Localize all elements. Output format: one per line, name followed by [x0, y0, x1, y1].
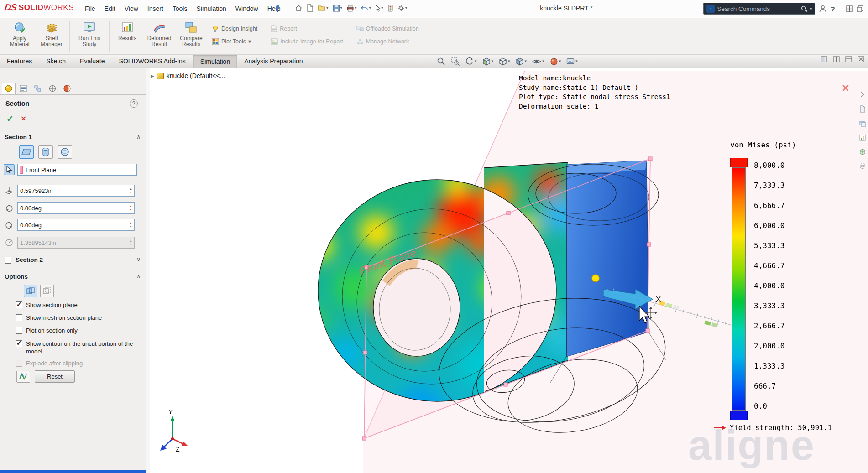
planar-section-button[interactable] [19, 145, 34, 159]
undo-button[interactable]: ▾ [360, 4, 372, 12]
plot-tools-button[interactable]: Plot Tools ▾ [210, 36, 259, 47]
feature-tree-tab[interactable] [16, 83, 30, 94]
search-commands-input[interactable] [717, 5, 798, 12]
help-icon[interactable]: ? [831, 5, 835, 13]
reset-button[interactable]: Reset [35, 370, 75, 383]
x-rotation-spinner[interactable]: ▲▼ [127, 203, 134, 213]
settings-button[interactable]: ▾ [397, 4, 408, 13]
settings-caret-icon[interactable]: ▾ [405, 6, 408, 10]
checkbox-icon[interactable] [16, 301, 22, 308]
uncapped-section-button[interactable] [40, 285, 54, 297]
breadcrumb-text[interactable]: knuckle (Default<<... [167, 72, 225, 79]
plot-tools-caret-icon[interactable]: ▾ [248, 39, 251, 45]
select-caret-icon[interactable]: ▾ [381, 6, 383, 10]
checkbox-icon[interactable] [16, 314, 22, 321]
x-rotation-input[interactable] [18, 203, 127, 213]
configurations-tab[interactable] [31, 83, 45, 94]
show-contour-uncut-checkbox[interactable]: Show contour on the uncut portion of the… [0, 340, 142, 355]
section1-group-header[interactable]: Section 1 ∧ [0, 132, 146, 143]
offloaded-simulation-button[interactable]: Offloaded Simulation [355, 23, 421, 34]
checkbox-icon[interactable] [16, 327, 22, 334]
section-cap-button[interactable] [24, 285, 37, 297]
search-caret-icon[interactable]: ▾ [810, 7, 812, 11]
zoom-fit-icon[interactable] [436, 56, 447, 67]
zoom-area-icon[interactable] [450, 56, 461, 67]
run-this-study-button[interactable]: Run This Study [72, 20, 107, 52]
ok-button[interactable]: ✓ [6, 114, 14, 124]
collapse-ribbon-icon[interactable] [845, 56, 852, 62]
save-caret-icon[interactable]: ▾ [340, 6, 343, 10]
split-pane-right-icon[interactable] [833, 56, 840, 62]
breadcrumb[interactable]: ▶ knuckle (Default<<... [151, 72, 225, 79]
apply-material-button[interactable]: Apply Material [4, 20, 36, 52]
edit-appearance-icon[interactable]: ▾ [549, 56, 562, 67]
view-orientation-icon[interactable]: ▾ [497, 56, 511, 67]
tab-evaluate[interactable]: Evaluate [73, 55, 112, 68]
chevron-up-icon[interactable]: ∧ [136, 273, 141, 280]
flyout-doc-icon[interactable] [859, 105, 866, 113]
search-scope-icon[interactable]: › [706, 5, 715, 13]
deformed-result-button[interactable]: Deformed Result [143, 20, 175, 52]
search-commands-box[interactable]: › ▾ [703, 3, 815, 15]
menu-view[interactable]: View [120, 0, 143, 17]
dim-xpert-tab[interactable] [46, 83, 59, 94]
flyout-expand-icon[interactable] [859, 91, 866, 98]
spherical-section-button[interactable] [58, 145, 72, 159]
section-view-icon[interactable]: ▾ [481, 56, 495, 67]
report-button[interactable]: Report [269, 23, 345, 34]
flip-section-button[interactable] [16, 371, 30, 383]
reference-plane-field[interactable]: Front Plane [17, 164, 137, 176]
menu-tools[interactable]: Tools [168, 0, 192, 17]
compare-results-button[interactable]: Compare Results [175, 20, 207, 52]
cylindrical-section-button[interactable] [38, 145, 53, 159]
flyout-layers-icon[interactable] [859, 120, 866, 127]
print-caret-icon[interactable]: ▾ [355, 6, 357, 10]
shell-manager-button[interactable]: Shell Manager [36, 20, 68, 52]
model-block[interactable] [566, 161, 648, 357]
search-icon[interactable] [801, 5, 808, 12]
minimize-icon[interactable]: – [839, 5, 842, 13]
rebuild-button[interactable] [387, 4, 394, 13]
view-settings-icon[interactable]: ▾ [565, 56, 579, 67]
options-group-header[interactable]: Options ∧ [0, 272, 146, 283]
reference-select-icon[interactable] [4, 164, 15, 175]
show-mesh-on-section-plane-checkbox[interactable]: Show mesh on section plane [0, 314, 142, 322]
menu-edit[interactable]: Edit [100, 0, 120, 17]
user-account-icon[interactable] [819, 5, 827, 13]
cancel-command-icon[interactable]: × [842, 82, 849, 94]
chevron-down-icon[interactable]: ∨ [136, 256, 141, 263]
tab-analysis-preparation[interactable]: Analysis Preparation [237, 55, 310, 68]
split-pane-left-icon[interactable] [821, 56, 827, 62]
results-button[interactable]: Results [111, 20, 143, 52]
property-manager-tab[interactable] [2, 83, 16, 94]
close-pane-icon[interactable] [858, 56, 864, 62]
show-section-plane-checkbox[interactable]: Show section plane [0, 301, 142, 309]
menu-simulation[interactable]: Simulation [192, 0, 230, 17]
checkbox-icon[interactable] [16, 340, 22, 347]
restore-window-icon[interactable] [857, 5, 863, 12]
drag-origin-point[interactable] [592, 275, 599, 282]
manage-network-button[interactable]: Manage Network [355, 36, 421, 47]
include-image-for-report-button[interactable]: Include Image for Report [269, 36, 345, 47]
menu-insert[interactable]: Insert [143, 0, 168, 17]
select-button[interactable]: ▾ [374, 4, 384, 13]
pin-menu-icon[interactable] [274, 4, 281, 12]
home-button[interactable] [294, 3, 303, 13]
display-style-icon[interactable]: ▾ [514, 56, 528, 67]
tab-sketch[interactable]: Sketch [39, 55, 73, 68]
breadcrumb-expand-icon[interactable]: ▶ [151, 73, 154, 78]
tab-features[interactable]: Features [0, 55, 39, 68]
help-icon[interactable]: ? [130, 99, 138, 108]
layout-grid-icon[interactable] [846, 5, 853, 12]
previous-view-icon[interactable]: ▾ [464, 56, 478, 67]
legend-gradient-bar[interactable] [732, 167, 746, 411]
y-rotation-input[interactable] [18, 219, 127, 230]
save-button[interactable]: ▾ [332, 4, 344, 13]
cancel-button[interactable]: × [21, 114, 26, 124]
open-caret-icon[interactable]: ▾ [326, 6, 329, 10]
design-insight-button[interactable]: Design Insight [210, 23, 259, 34]
undo-caret-icon[interactable]: ▾ [369, 6, 371, 10]
print-button[interactable]: ▾ [345, 4, 358, 13]
section2-group-header[interactable]: Section 2 ∨ [0, 255, 146, 266]
menu-window[interactable]: Window [231, 0, 263, 17]
